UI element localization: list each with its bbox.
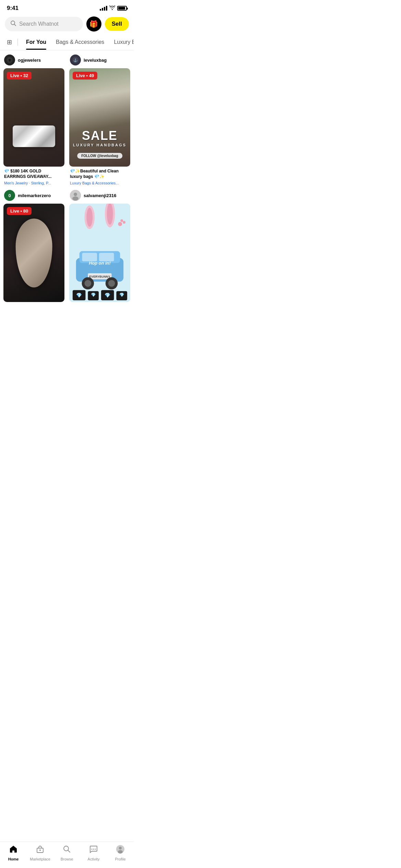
tab-luxury-bags[interactable]: Luxury Bags [109, 35, 134, 49]
svg-rect-21 [82, 253, 97, 262]
username-salvamenji2316: salvamenji2316 [84, 193, 116, 198]
svg-text:⚜: ⚜ [8, 58, 12, 63]
gift-icon: 🎁 [89, 20, 98, 28]
svg-rect-22 [99, 253, 114, 262]
search-icon [10, 20, 16, 28]
live-badge-leveluxbag: Live • 49 [73, 72, 97, 80]
svg-point-17 [120, 219, 123, 222]
user-row-leveluxbag: ⚓ leveluxbag [69, 55, 130, 67]
user-row-milemarkerzero: 0 milemarkerzero [3, 190, 64, 202]
stream-thumb-milemarkerzero[interactable]: Live • 80 [3, 204, 64, 302]
sale-subtext: LUXURY HANDBAGS [69, 143, 130, 147]
battery-icon [117, 6, 127, 11]
signal-icon [100, 6, 107, 11]
svg-point-10 [72, 196, 78, 201]
search-placeholder: Search Whatnot [19, 21, 59, 27]
sale-overlay: SALE LUXURY HANDBAGS [69, 129, 130, 147]
search-area: Search Whatnot 🎁 Sell [0, 14, 134, 34]
tab-for-you[interactable]: For You [21, 35, 51, 49]
svg-text:💎: 💎 [105, 292, 111, 298]
svg-point-14 [86, 208, 93, 227]
status-icons [100, 5, 127, 11]
svg-point-16 [118, 222, 122, 226]
stream-card-ogjewelers[interactable]: ⚜ ogjewelers Live • 32 💎 $180 14K GOLD E… [3, 55, 64, 185]
follow-tag: FOLLOW @leveluxbag [77, 153, 122, 159]
svg-point-15 [107, 204, 113, 225]
stream-grid: ⚜ ogjewelers Live • 32 💎 $180 14K GOLD E… [0, 50, 134, 306]
tab-bags-accessories[interactable]: Bags & Accessories [51, 35, 109, 49]
category-tabs: ⊞ For You Bags & Accessories Luxury Bags [0, 34, 134, 50]
stream-thumb-ogjewelers[interactable]: Live • 32 [3, 68, 64, 167]
sell-button[interactable]: Sell [105, 17, 129, 31]
user-row-salvamenji2316: salvamenji2316 [69, 190, 130, 202]
stream-card-salvamenji2316[interactable]: salvamenji2316 Live • 18 [69, 190, 130, 302]
avatar-milemarkerzero: 0 [4, 190, 15, 201]
svg-text:EVERYBUNNY: EVERYBUNNY [89, 275, 110, 278]
gift-button[interactable]: 🎁 [86, 16, 101, 32]
grid-icon[interactable]: ⊞ [5, 34, 14, 50]
status-bar: 9:41 [0, 0, 134, 14]
wifi-icon [109, 5, 115, 11]
stream-thumb-salvamenji2316[interactable]: Live • 18 [69, 204, 130, 302]
tab-divider [17, 39, 18, 46]
stream-thumb-leveluxbag[interactable]: Live • 49 SALE LUXURY HANDBAGS FOLLOW @l… [69, 68, 130, 167]
search-bar[interactable]: Search Whatnot [5, 17, 83, 31]
stream-subcaption-leveluxbag: Luxury Bags & Accessories... [69, 181, 130, 185]
svg-line-1 [14, 24, 16, 26]
stream-card-milemarkerzero[interactable]: 0 milemarkerzero Live • 80 [3, 190, 64, 302]
username-milemarkerzero: milemarkerzero [18, 193, 51, 198]
svg-point-26 [85, 280, 92, 287]
stream-caption-leveluxbag: 💎✨Beautiful and Clean luxury bags 💎✨ [69, 168, 130, 179]
user-row-ogjewelers: ⚜ ogjewelers [3, 55, 64, 67]
svg-text:💎: 💎 [119, 292, 124, 297]
avatar-ogjewelers: ⚜ [4, 55, 15, 65]
avatar-salvamenji2316 [70, 190, 81, 201]
svg-text:💎: 💎 [91, 292, 96, 297]
live-badge-ogjewelers: Live • 32 [7, 72, 32, 80]
svg-text:💎: 💎 [76, 292, 82, 298]
stream-subcaption-ogjewelers: Men's Jewelry · Sterling, P... [3, 181, 64, 185]
svg-point-9 [74, 193, 77, 196]
svg-point-28 [108, 280, 115, 287]
svg-text:⚓: ⚓ [73, 58, 78, 62]
sale-text: SALE [69, 129, 130, 143]
username-leveluxbag: leveluxbag [84, 58, 107, 63]
live-badge-milemarkerzero: Live • 80 [7, 207, 32, 215]
stream-card-leveluxbag[interactable]: ⚓ leveluxbag Live • 49 SALE LUXURY HANDB… [69, 55, 130, 185]
status-time: 9:41 [7, 5, 19, 12]
avatar-leveluxbag: ⚓ [70, 55, 81, 65]
svg-text:Hop on in!: Hop on in! [89, 261, 111, 266]
svg-text:0: 0 [8, 193, 11, 198]
svg-point-18 [123, 221, 125, 224]
stream-caption-ogjewelers: 💎 $180 14K GOLD EARRINGS GIVEAWAY... [3, 168, 64, 179]
username-ogjewelers: ogjewelers [18, 58, 41, 63]
